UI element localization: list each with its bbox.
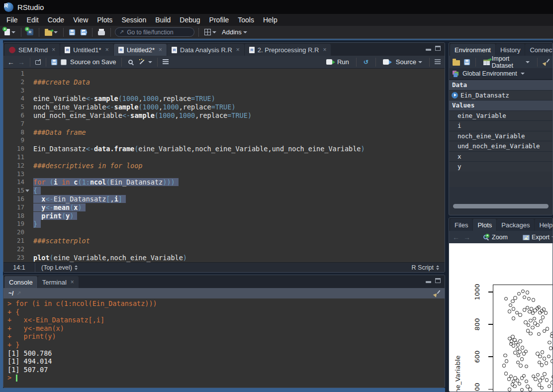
menu-file[interactable]: File (2, 15, 22, 25)
forward-icon[interactable]: → (18, 59, 25, 66)
tab-untitled2-[interactable]: RUntitled2*× (114, 44, 167, 56)
environment-object-ein_datansatz[interactable]: Ein_Datansatz (449, 90, 553, 100)
code-line[interactable]: 10Ein_Datansatz<-data.frame(eine_Variabl… (3, 145, 445, 153)
environment-scrollbar[interactable] (453, 204, 549, 208)
menu-profile[interactable]: Profile (205, 15, 234, 25)
code-line[interactable]: 5noch_eine_Variable<-sample(1000,1000,re… (3, 103, 445, 111)
code-line[interactable]: 8###Data frame (3, 128, 445, 137)
code-line[interactable]: 19} (3, 220, 445, 228)
menu-debug[interactable]: Debug (175, 15, 204, 25)
tab-help[interactable]: Help (535, 219, 553, 231)
save-all-button[interactable] (79, 28, 88, 36)
environment-object-und_noch_eine_variable[interactable]: und_noch_eine_Variable (449, 141, 553, 151)
code-line[interactable]: 12###descriptives in for loop (3, 162, 445, 170)
menu-tools[interactable]: Tools (233, 15, 259, 25)
open-new-window-icon[interactable] (35, 60, 41, 65)
source-on-save-checkbox[interactable] (61, 59, 67, 65)
code-line[interactable]: 16 x<-Ein_Datansatz[,i] (3, 195, 445, 203)
close-tab-icon[interactable]: × (159, 46, 162, 53)
environment-object-eine_variable[interactable]: eine_Variable (449, 110, 553, 121)
code-line[interactable]: 13 (3, 170, 445, 179)
code-line[interactable]: 22 (3, 245, 445, 254)
compile-report-icon[interactable] (163, 59, 169, 65)
file-type-selector[interactable]: R Script (412, 264, 445, 271)
code-line[interactable]: 14for (i in c(1:ncol(Ein_Datansatz))) (3, 178, 445, 187)
new-file-button[interactable]: + (3, 28, 17, 36)
code-line[interactable]: 17 y<-mean(x) (3, 203, 445, 212)
goto-file-input[interactable] (127, 29, 182, 36)
code-line[interactable]: 18 print(y) (3, 212, 445, 220)
tab-console[interactable]: Console (4, 276, 37, 288)
menu-plots[interactable]: Plots (92, 15, 117, 25)
save-source-icon[interactable] (51, 59, 57, 65)
maximize-pane-icon[interactable] (435, 46, 441, 51)
environment-object-i[interactable]: i (449, 120, 553, 131)
find-replace-icon[interactable] (128, 60, 133, 64)
save-button[interactable] (68, 28, 77, 36)
close-tab-icon[interactable]: × (71, 279, 74, 286)
tab-sem-rmd[interactable]: SEM.Rmd× (4, 44, 60, 56)
code-line[interactable]: 4eine_Variable<-sample(1000,1000,replace… (3, 95, 445, 103)
console-output[interactable]: > for (i in c(1:ncol(Ein_Datansatz)))+ {… (3, 298, 445, 388)
fold-arrow-icon[interactable] (25, 190, 29, 192)
pane-layout-button[interactable] (203, 28, 218, 36)
previous-plot-icon[interactable]: ← (453, 234, 460, 241)
source-button[interactable]: Source (381, 57, 424, 67)
tab-connections[interactable]: Connections (525, 44, 553, 56)
code-line[interactable]: 11 (3, 153, 445, 162)
environment-object-x[interactable]: x (449, 151, 553, 162)
expand-object-icon[interactable] (452, 92, 458, 98)
code-tools-icon[interactable] (139, 59, 145, 65)
zoom-plot-button[interactable]: + Zoom (481, 233, 510, 242)
export-plot-button[interactable]: Export (521, 233, 553, 242)
working-directory[interactable]: ~/ (8, 290, 13, 297)
tab-2-preprocessing-r-r[interactable]: R2. Preprocessing R.R× (245, 44, 331, 56)
code-line[interactable]: 7 (3, 120, 445, 128)
tab-plots[interactable]: Plots (473, 219, 496, 231)
menu-edit[interactable]: Edit (22, 15, 43, 25)
tab-data-analysis-r-r[interactable]: RData Analysis R.R× (167, 44, 244, 56)
cursor-position[interactable]: 14:1 (3, 263, 35, 272)
back-icon[interactable]: ← (7, 59, 14, 66)
goto-file-search[interactable]: ↗ (115, 27, 194, 37)
close-tab-icon[interactable]: × (236, 46, 240, 53)
menu-code[interactable]: Code (43, 15, 69, 25)
save-workspace-icon[interactable] (464, 59, 470, 65)
close-tab-icon[interactable]: × (105, 46, 109, 53)
tab-history[interactable]: History (496, 44, 525, 56)
run-button[interactable]: Run (324, 57, 351, 67)
close-tab-icon[interactable]: × (323, 46, 326, 53)
environment-object-noch_eine_variable[interactable]: noch_eine_Variable (449, 131, 553, 141)
clear-environment-icon[interactable] (543, 59, 549, 65)
code-line[interactable]: 20 (3, 228, 445, 237)
open-file-button[interactable]: ➜ (43, 28, 59, 37)
code-line[interactable]: 3 (3, 87, 445, 95)
minimize-pane-icon[interactable] (426, 281, 431, 283)
menu-session[interactable]: Session (117, 15, 151, 25)
maximize-pane-icon[interactable] (435, 278, 441, 283)
addins-button[interactable]: Addins (220, 27, 249, 37)
tab-terminal[interactable]: Terminal× (38, 276, 79, 288)
code-line[interactable]: 2###create Data (3, 78, 445, 87)
minimize-pane-icon[interactable] (426, 49, 431, 51)
clear-console-icon[interactable] (434, 290, 440, 296)
tab-environment[interactable]: Environment (450, 44, 495, 56)
load-workspace-icon[interactable] (453, 60, 460, 66)
code-line[interactable]: 23plot(eine_Variable,noch_eine_Variable) (3, 254, 445, 262)
code-line[interactable]: 9 (3, 136, 445, 145)
tab-untitled1-[interactable]: RUntitled1*× (60, 44, 113, 56)
tab-files[interactable]: Files (450, 219, 472, 231)
code-line[interactable]: 1 (3, 70, 445, 78)
import-dataset-button[interactable]: ➜ Import Dataset (481, 54, 532, 70)
close-tab-icon[interactable]: × (52, 46, 55, 53)
menu-help[interactable]: Help (259, 15, 282, 25)
environment-scope-selector[interactable]: Global Environment (449, 68, 553, 80)
tab-packages[interactable]: Packages (497, 219, 534, 231)
menu-view[interactable]: View (69, 15, 92, 25)
rerun-button[interactable]: ↺ (362, 58, 370, 66)
code-line[interactable]: 21###scatterplot (3, 237, 445, 245)
environment-object-y[interactable]: y (449, 161, 553, 172)
scope-selector[interactable]: (Top Level) (35, 264, 78, 271)
code-line[interactable]: 6und_noch_eine_Variable<-sample(1000,100… (3, 111, 445, 120)
menu-build[interactable]: Build (151, 15, 175, 25)
